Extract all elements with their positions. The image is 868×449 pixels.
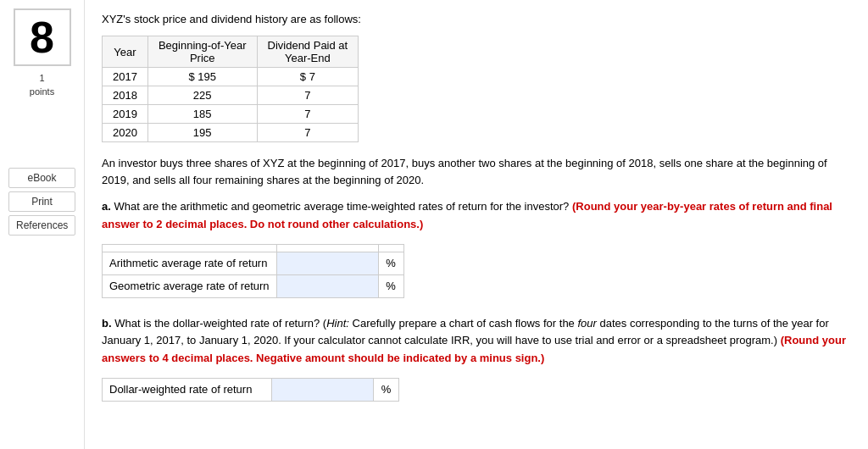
arithmetic-row: Arithmetic average rate of return % (103, 252, 404, 274)
geometric-input-cell[interactable] (276, 274, 378, 297)
dollar-label: Dollar-weighted rate of return (103, 378, 272, 401)
dollar-input-cell[interactable] (272, 378, 374, 401)
four-italic: four (577, 317, 596, 330)
table-row: 2017 $ 195 $ 7 (103, 68, 359, 86)
dividend-2020: 7 (257, 124, 359, 142)
print-button[interactable]: Print (8, 191, 75, 212)
arithmetic-input-cell[interactable] (276, 252, 378, 274)
dollar-input[interactable] (272, 379, 373, 401)
stock-data-table: Year Beginning-of-Year Price Dividend Pa… (102, 36, 359, 142)
arithmetic-input[interactable] (277, 252, 378, 274)
geometric-unit: % (378, 274, 403, 297)
narrative-text: An investor buys three shares of XYZ at … (102, 155, 851, 188)
answer-header-row (103, 244, 404, 252)
answer-header-col1 (103, 244, 277, 252)
price-2017: $ 195 (147, 68, 257, 86)
part-a-label: a. (102, 200, 111, 213)
year-2020: 2020 (103, 124, 148, 142)
price-2019: 185 (147, 105, 257, 124)
points-label: points (30, 86, 54, 97)
arithmetic-unit: % (378, 252, 403, 274)
arithmetic-label: Arithmetic average rate of return (103, 252, 277, 274)
part-b-text1: What is the dollar-weighted rate of retu… (114, 317, 326, 330)
part-b-label: b. (102, 317, 112, 330)
price-2020: 195 (147, 124, 257, 142)
price-2018: 225 (147, 86, 257, 105)
dollar-unit: % (374, 378, 399, 401)
col-year-header: Year (103, 36, 148, 68)
dividend-2017: $ 7 (257, 68, 359, 86)
dollar-table: Dollar-weighted rate of return % (102, 378, 399, 402)
dividend-2019: 7 (257, 105, 359, 124)
answer-table-a: Arithmetic average rate of return % Geom… (102, 244, 404, 298)
points-value: 1 (39, 73, 44, 83)
geometric-row: Geometric average rate of return % (103, 274, 404, 297)
part-b-text: b. What is the dollar-weighted rate of r… (102, 315, 851, 368)
dollar-row: Dollar-weighted rate of return % (103, 378, 399, 401)
main-content: XYZ's stock price and dividend history a… (85, 0, 868, 449)
year-2019: 2019 (103, 105, 148, 124)
answer-header-col2 (276, 244, 378, 252)
dividend-2018: 7 (257, 86, 359, 105)
geometric-input[interactable] (277, 275, 378, 297)
answer-header-col3 (378, 244, 403, 252)
table-row: 2019 185 7 (103, 105, 359, 124)
question-number: 8 (14, 8, 71, 66)
sidebar-buttons: eBook Print References (0, 168, 84, 236)
part-a: a. What are the arithmetic and geometric… (102, 198, 851, 234)
intro-text: XYZ's stock price and dividend history a… (102, 13, 851, 25)
hint-italic: Hint: (326, 317, 349, 330)
table-row: 2018 225 7 (103, 86, 359, 105)
ebook-button[interactable]: eBook (8, 168, 75, 188)
year-2017: 2017 (103, 68, 148, 86)
part-b-text2: Carefully prepare a chart of cash flows … (349, 317, 578, 330)
col-dividend-header: Dividend Paid at Year-End (257, 36, 359, 68)
left-sidebar: 8 1 points eBook Print References (0, 0, 85, 449)
table-header-row: Year Beginning-of-Year Price Dividend Pa… (103, 36, 359, 68)
geometric-label: Geometric average rate of return (103, 274, 277, 297)
section-b: b. What is the dollar-weighted rate of r… (102, 315, 851, 402)
table-row: 2020 195 7 (103, 124, 359, 142)
part-a-text: What are the arithmetic and geometric av… (114, 200, 569, 213)
col-price-header: Beginning-of-Year Price (147, 36, 257, 68)
references-button[interactable]: References (8, 215, 75, 236)
year-2018: 2018 (103, 86, 148, 105)
